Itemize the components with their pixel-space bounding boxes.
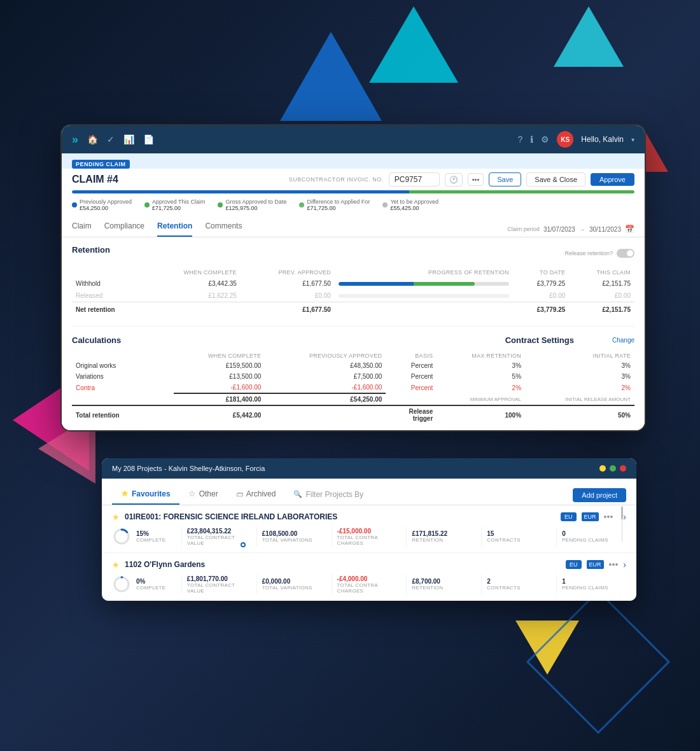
maximize-button[interactable]: [610, 465, 616, 472]
stat-var2-info: £0,000.00 TOTAL VARIATIONS: [262, 578, 326, 591]
stat-divider: [481, 527, 482, 546]
row-released-progress: [335, 290, 513, 302]
more-options-btn[interactable]: •••: [468, 173, 484, 186]
filter-label: Filter Projects By: [305, 490, 363, 499]
prog-yet-label: Yet to be Approved £55,425.00: [390, 199, 438, 211]
prog-previously-approved: Previously Approved £54,250.00: [72, 199, 132, 211]
tab-comments[interactable]: Comments: [205, 221, 242, 237]
filter-projects[interactable]: 🔍 Filter Projects By: [284, 486, 372, 504]
nav-check-icon[interactable]: ✓: [107, 134, 115, 144]
stat-ret-label: RETENTION: [412, 537, 476, 543]
calc-header-row: WHEN COMPLETE PREVIOUSLY APPROVED BASIS …: [72, 351, 634, 360]
calc-col-when: WHEN COMPLETE: [174, 351, 265, 360]
stat-pend-info: 0 PENDING CLAIMS: [562, 530, 626, 543]
more-options-btn2[interactable]: •••: [609, 559, 619, 570]
calc-title: Calculations: [72, 335, 121, 345]
tab-compliance[interactable]: Compliance: [104, 221, 144, 237]
stat-contra2-label: TOTAL CONTRA CHARGES: [337, 582, 402, 594]
row-withhold-name: Withhold: [72, 277, 145, 290]
currency-badge2: EU: [566, 560, 582, 569]
dot-difference: [299, 202, 304, 207]
overlay-window: My 208 Projects - Kalvin Shelley-Atkinso…: [102, 458, 636, 601]
stat-pend-label: PENDING CLAIMS: [562, 537, 626, 543]
col-when-complete: WHEN COMPLETE: [145, 267, 240, 277]
stat-divider: [556, 527, 557, 546]
stat-cv2-info: £1,801,770.00 TOTAL CONTRACT VALUE: [187, 575, 251, 594]
tab-archived-label: Archived: [246, 489, 276, 498]
nav-right: ? ℹ ⚙ KS Hello, Kalvin ▾: [518, 131, 635, 148]
tab-archived[interactable]: 🗃 Archived: [227, 486, 285, 505]
info-icon[interactable]: ℹ: [530, 134, 533, 144]
project-stats2: 0% COMPLETE £1,801,770.00 TOTAL CONTRACT…: [112, 575, 626, 594]
stat-variations2: £0,000.00 TOTAL VARIATIONS: [262, 578, 326, 591]
save-close-button[interactable]: Save & Close: [526, 172, 585, 186]
stat-var2-value: £0,000.00: [262, 578, 326, 585]
row-orig-max: 3%: [437, 360, 525, 371]
settings-icon[interactable]: ⚙: [541, 134, 549, 144]
stat-divider: [406, 575, 407, 594]
deco-teal2-triangle: [554, 6, 624, 67]
stat-divider: [332, 575, 332, 594]
stat-retention2: £8,700.00 RETENTION: [412, 578, 476, 591]
row-orig-rate: 3%: [525, 360, 634, 371]
stat-pending: 0 PENDING CLAIMS: [562, 530, 626, 543]
stat-contracts2: 2 CONTRACTS: [487, 578, 551, 591]
project-expand-icon[interactable]: ›: [623, 512, 626, 522]
tab-other[interactable]: ☆ Other: [179, 485, 227, 505]
period-from: 31/07/2023: [543, 226, 575, 233]
add-project-button[interactable]: Add project: [573, 488, 626, 502]
release-label: Release retention?: [564, 250, 613, 256]
row-orig-name: Original works: [72, 360, 174, 371]
tab-favourites[interactable]: ★ Favourites: [112, 485, 179, 505]
content-area: PENDING CLAIM CLAIM #4 SUBCONTRACTOR INV…: [62, 153, 645, 430]
approve-button[interactable]: Approve: [591, 173, 634, 186]
stat-divider: [556, 575, 557, 594]
nav-chart-icon[interactable]: 📊: [123, 134, 134, 144]
table-row: Released £1,622.25 £0.00 £0.00 £0.00: [72, 290, 634, 302]
stat-variations: £108,500.00 TOTAL VARIATIONS: [262, 530, 326, 543]
row-orig-basis: Percent: [386, 360, 437, 371]
nav-home-icon[interactable]: 🏠: [87, 134, 98, 144]
row-var-prev: £7,500.00: [265, 371, 386, 382]
clock-icon-btn[interactable]: 🕐: [445, 173, 463, 186]
nav-doc-icon[interactable]: 📄: [143, 134, 154, 144]
dot-yet-approved: [382, 202, 388, 207]
row-net-name: Net retention: [72, 302, 145, 316]
change-button[interactable]: Change: [612, 337, 634, 344]
stat-ret2-info: £8,700.00 RETENTION: [412, 578, 476, 591]
more-options-btn[interactable]: •••: [604, 512, 613, 522]
close-button[interactable]: [620, 465, 626, 472]
retention-table: WHEN COMPLETE PREV. APPROVED PROGRESS OF…: [72, 267, 634, 316]
save-button[interactable]: Save: [489, 172, 521, 186]
user-greeting: Hello, Kalvin: [581, 135, 624, 144]
tab-retention[interactable]: Retention: [157, 221, 192, 237]
stat-contra: -£15,000.00 TOTAL CONTRA CHARGES: [337, 528, 402, 546]
row-var-max: 5%: [437, 371, 525, 382]
stat-contra2-info: -£4,000.00 TOTAL CONTRA CHARGES: [337, 575, 402, 594]
project-expand-icon2[interactable]: ›: [623, 559, 626, 570]
row-withhold-progress: [335, 277, 513, 290]
tab-favourites-label: Favourites: [132, 489, 171, 498]
stat-contra-info: -£15,000.00 TOTAL CONTRA CHARGES: [337, 528, 402, 546]
row-released-this-claim: £0.00: [569, 290, 634, 302]
row-net-prev: £1,677.50: [241, 302, 335, 316]
tab-other-label: Other: [199, 489, 218, 498]
stat-complete2-label: COMPLETE: [136, 585, 176, 591]
user-dropdown-chevron[interactable]: ▾: [631, 136, 634, 143]
project-name-row: ★ 01IRE001: FORENSIC SCIENCE IRELAND LAB…: [112, 512, 337, 522]
help-icon[interactable]: ?: [518, 134, 523, 144]
row-subtotal-name: [72, 393, 174, 405]
stat-contracts: 15 CONTRACTS: [487, 530, 551, 543]
project-star-icon: ★: [112, 512, 120, 522]
tab-claim[interactable]: Claim: [72, 221, 92, 237]
claim-header: CLAIM #4 SUBCONTRACTOR INVOIC. NO. 🕐 •••…: [62, 169, 645, 190]
release-toggle-switch[interactable]: [617, 249, 634, 258]
row-released-name: Released: [72, 290, 145, 302]
calendar-icon[interactable]: 📅: [625, 225, 634, 234]
minimize-button[interactable]: [599, 465, 606, 472]
invoice-input[interactable]: [389, 172, 440, 186]
stat-complete-info: 15% COMPLETE: [136, 530, 176, 543]
row-var-name: Variations: [72, 371, 174, 382]
project-name-row: ★ 1102 O'Flynn Gardens: [112, 560, 205, 570]
stat-divider: [181, 527, 182, 546]
